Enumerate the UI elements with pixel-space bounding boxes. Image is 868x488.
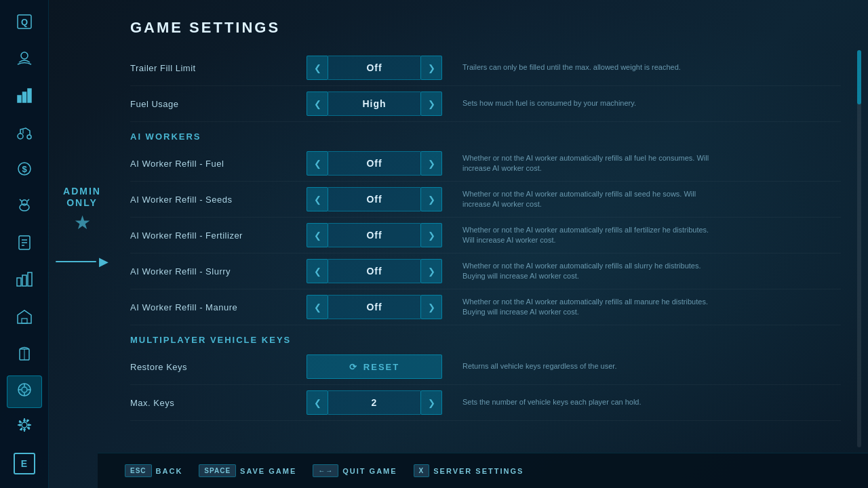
- sidebar-item-gameplay[interactable]: [7, 375, 42, 408]
- bottom-bar: ESC BACK SPACE SAVE GAME ←→ QUIT GAME X …: [98, 453, 868, 488]
- ai-refill-seeds-prev-button[interactable]: ❮: [307, 187, 328, 211]
- admin-badge-line2: ONLY: [66, 197, 98, 208]
- reset-button-label: RESET: [363, 362, 399, 372]
- section-general: Trailer Fill Limit ❮ Off ❯ Trailers can …: [130, 50, 841, 122]
- setting-desc-restore-keys: Returns all vehicle keys regardless of t…: [442, 361, 713, 371]
- setting-row-fuel-usage: Fuel Usage ❮ High ❯ Sets how much fuel i…: [130, 86, 841, 122]
- e-key-label: E: [21, 458, 27, 469]
- sidebar-item-tractor[interactable]: [7, 118, 42, 150]
- sidebar-item-stats[interactable]: [7, 81, 42, 114]
- quit-game-label: QUIT GAME: [342, 467, 397, 475]
- ai-refill-seeds-value: Off: [328, 187, 420, 211]
- setting-row-ai-refill-fuel: AI Worker Refill - Fuel ❮ Off ❯ Whether …: [130, 146, 841, 182]
- max-keys-prev-button[interactable]: ❮: [307, 390, 328, 415]
- svg-point-11: [22, 200, 27, 205]
- svg-point-28: [22, 422, 27, 428]
- weather-icon: [15, 49, 34, 72]
- setting-row-ai-refill-manure: AI Worker Refill - Manure ❮ Off ❯ Whethe…: [130, 289, 841, 325]
- setting-row-ai-refill-fertilizer: AI Worker Refill - Fertilizer ❮ Off ❯ Wh…: [130, 218, 841, 253]
- save-game-button[interactable]: SPACE SAVE GAME: [199, 464, 296, 477]
- admin-star-icon: ★: [74, 212, 91, 233]
- scroll-track: [857, 50, 861, 447]
- admin-arrow: ▶: [56, 254, 108, 269]
- ai-refill-manure-value: Off: [328, 295, 420, 319]
- setting-row-ai-refill-slurry: AI Worker Refill - Slurry ❮ Off ❯ Whethe…: [130, 253, 841, 289]
- svg-rect-4: [22, 92, 26, 102]
- sidebar-item-weather[interactable]: [7, 44, 42, 77]
- ai-refill-slurry-next-button[interactable]: ❯: [420, 259, 442, 283]
- settings-area: ADMIN ONLY ★ ▶ Trailer Fill Limit ❮ Off …: [49, 50, 868, 488]
- setting-desc-trailer-fill-limit: Trailers can only be filled until the ma…: [442, 62, 713, 73]
- sidebar-item-animals[interactable]: [7, 191, 42, 224]
- esc-key-badge: ESC: [125, 464, 152, 477]
- value-control-ai-refill-slurry: ❮ Off ❯: [307, 259, 442, 283]
- max-keys-next-button[interactable]: ❯: [420, 390, 442, 415]
- value-control-ai-refill-seeds: ❮ Off ❯: [307, 187, 442, 211]
- fuel-usage-next-button[interactable]: ❯: [420, 92, 442, 116]
- setting-label-max-keys: Max. Keys: [130, 398, 307, 408]
- ai-refill-fertilizer-value: Off: [328, 223, 420, 247]
- value-control-ai-refill-fertilizer: ❮ Off ❯: [307, 223, 442, 247]
- sidebar-item-production[interactable]: [7, 265, 42, 298]
- fuel-usage-prev-button[interactable]: ❮: [307, 92, 328, 116]
- sidebar-item-settings[interactable]: [7, 410, 42, 443]
- setting-desc-ai-refill-manure: Whether or not the AI worker automatical…: [442, 297, 713, 318]
- ai-refill-manure-prev-button[interactable]: ❮: [307, 295, 328, 319]
- setting-row-restore-keys: Restore Keys ⟳ RESET Returns all vehicle…: [130, 349, 841, 385]
- svg-point-2: [21, 52, 28, 59]
- sidebar-item-farm[interactable]: [7, 302, 42, 334]
- svg-rect-17: [22, 275, 26, 286]
- setting-label-ai-refill-seeds: AI Worker Refill - Seeds: [130, 195, 307, 205]
- tractor-icon: [15, 123, 34, 146]
- setting-row-trailer-fill-limit: Trailer Fill Limit ❮ Off ❯ Trailers can …: [130, 50, 841, 86]
- ai-refill-seeds-next-button[interactable]: ❯: [420, 187, 442, 211]
- sidebar: Q $: [0, 0, 49, 488]
- main-content: GAME SETTINGS ADMIN ONLY ★ ▶ Trailer Fil…: [49, 0, 868, 488]
- admin-only-badge: ADMIN ONLY ★ ▶: [56, 186, 108, 269]
- setting-label-trailer-fill-limit: Trailer Fill Limit: [130, 63, 307, 73]
- value-control-fuel-usage: ❮ High ❯: [307, 92, 442, 116]
- fuel-usage-value: High: [328, 92, 420, 116]
- save-game-label: SAVE GAME: [240, 467, 296, 475]
- svg-text:Q: Q: [20, 17, 27, 27]
- setting-desc-ai-refill-slurry: Whether or not the AI worker automatical…: [442, 261, 713, 282]
- sidebar-item-quest[interactable]: Q: [7, 7, 42, 40]
- ai-refill-fuel-prev-button[interactable]: ❮: [307, 151, 328, 176]
- ai-refill-fuel-value: Off: [328, 151, 420, 176]
- sidebar-item-e[interactable]: E: [7, 447, 42, 480]
- scroll-thumb[interactable]: [857, 50, 861, 104]
- svg-point-7: [27, 135, 31, 139]
- sidebar-item-economy[interactable]: $: [7, 155, 42, 187]
- value-control-max-keys: ❮ 2 ❯: [307, 390, 442, 415]
- setting-label-ai-refill-fuel: AI Worker Refill - Fuel: [130, 159, 307, 169]
- setting-label-restore-keys: Restore Keys: [130, 362, 307, 372]
- ai-refill-fuel-next-button[interactable]: ❯: [420, 151, 442, 176]
- setting-row-max-keys: Max. Keys ❮ 2 ❯ Sets the number of vehic…: [130, 385, 841, 421]
- section-multiplayer-vehicle-keys: MULTIPLAYER VEHICLE KEYS Restore Keys ⟳ …: [130, 325, 841, 421]
- ai-refill-fertilizer-prev-button[interactable]: ❮: [307, 223, 328, 247]
- svg-text:$: $: [22, 164, 27, 174]
- restore-keys-reset-button[interactable]: ⟳ RESET: [307, 354, 442, 379]
- ai-refill-manure-next-button[interactable]: ❯: [420, 295, 442, 319]
- setting-label-ai-refill-manure: AI Worker Refill - Manure: [130, 302, 307, 312]
- value-control-trailer-fill-limit: ❮ Off ❯: [307, 56, 442, 80]
- ai-refill-slurry-prev-button[interactable]: ❮: [307, 259, 328, 283]
- trailer-fill-limit-value: Off: [328, 56, 420, 80]
- back-button[interactable]: ESC BACK: [125, 464, 182, 477]
- ai-refill-fertilizer-next-button[interactable]: ❯: [420, 223, 442, 247]
- svg-point-6: [18, 134, 23, 139]
- sidebar-item-contracts[interactable]: [7, 228, 42, 261]
- quit-game-button[interactable]: ←→ QUIT GAME: [313, 464, 397, 477]
- sidebar-item-silo[interactable]: [7, 339, 42, 371]
- trailer-fill-limit-next-button[interactable]: ❯: [420, 56, 442, 80]
- e-key-badge: E: [14, 453, 35, 474]
- server-settings-button[interactable]: X SERVER SETTINGS: [414, 464, 524, 477]
- trailer-fill-limit-prev-button[interactable]: ❮: [307, 56, 328, 80]
- setting-desc-fuel-usage: Sets how much fuel is consumed by your m…: [442, 98, 713, 108]
- setting-desc-ai-refill-seeds: Whether or not the AI worker automatical…: [442, 189, 713, 210]
- quest-icon: Q: [15, 12, 34, 35]
- section-ai-workers: AI WORKERS AI Worker Refill - Fuel ❮ Off…: [130, 122, 841, 325]
- svg-rect-5: [28, 89, 31, 102]
- space-key-badge: SPACE: [199, 464, 236, 477]
- animals-icon: [15, 197, 34, 220]
